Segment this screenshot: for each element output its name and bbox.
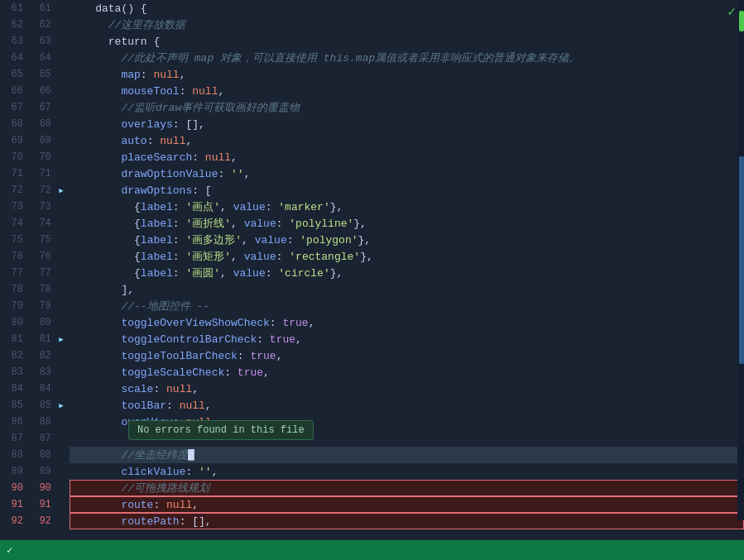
gutter-row: 7979 <box>0 298 66 314</box>
code-line: //监听draw事件可获取画好的覆盖物 <box>70 99 744 116</box>
gutter-row: 8383 <box>0 364 66 381</box>
code-token: █ <box>188 449 194 462</box>
code-line: {label: '画矩形', value: 'rectangle'}, <box>70 248 744 265</box>
code-line: toggleToolBarCheck: true, <box>70 347 744 364</box>
gutter-row: 8585▶ <box>0 397 66 414</box>
code-token: : <box>287 234 300 246</box>
line-number-outer: 68 <box>0 118 28 130</box>
code-token: , <box>220 267 233 280</box>
code-token: , <box>242 234 255 246</box>
code-token: value <box>233 201 266 213</box>
code-line: //可拖拽路线规划 <box>70 480 744 496</box>
gutter-row: 6767 <box>0 99 66 116</box>
code-token: : <box>153 499 166 511</box>
code-token: }, <box>358 234 372 246</box>
code-token: '画圆' <box>185 266 220 280</box>
mini-indicator-blue <box>739 156 744 365</box>
code-token: : <box>192 151 205 164</box>
gutter-row: 7777 <box>0 265 66 281</box>
code-content[interactable]: data() { //这里存放数据 return { //此处不声明 map 对… <box>66 0 744 540</box>
code-token: , <box>205 400 212 412</box>
code-token: : <box>266 267 279 280</box>
gutter-row: 8181▶ <box>0 331 66 347</box>
line-number-inner: 67 <box>28 102 56 113</box>
fold-icon[interactable]: ▶ <box>56 335 66 344</box>
code-token: null <box>205 151 231 164</box>
line-number-outer: 89 <box>0 466 28 477</box>
code-token: , <box>295 333 302 346</box>
code-token: : <box>224 366 238 379</box>
code-token: value <box>233 267 266 280</box>
code-token: data() { <box>70 2 147 15</box>
code-token: routePath <box>70 515 180 528</box>
gutter-row: 7171 <box>0 165 66 182</box>
mini-indicator-green <box>739 11 744 31</box>
code-token: scale <box>70 383 153 395</box>
code-token: //可拖拽路线规划 <box>70 481 209 495</box>
line-number-inner: 89 <box>28 466 56 477</box>
line-number-inner: 73 <box>28 201 56 213</box>
line-number-outer: 85 <box>0 400 28 411</box>
code-token: drawOptions <box>70 184 192 197</box>
line-number-inner: 77 <box>28 267 56 279</box>
line-number-outer: 77 <box>0 267 28 279</box>
line-number-outer: 61 <box>0 2 28 14</box>
code-token: : <box>218 168 231 180</box>
code-line: {label: '画点', value: 'marker'}, <box>70 199 744 215</box>
code-token: 'rectangle' <box>289 251 360 263</box>
code-token: , <box>244 168 251 180</box>
line-number-inner: 62 <box>28 19 56 31</box>
code-token: : <box>173 267 186 280</box>
code-token: clickValue <box>70 466 185 478</box>
tooltip-box: No errors found in this file <box>128 420 314 440</box>
code-token: //坐击经纬度 <box>70 448 188 462</box>
code-token: //--地图控件 -- <box>70 299 209 314</box>
code-token: value <box>244 251 276 263</box>
minimap-bar[interactable] <box>737 0 744 520</box>
code-token: toggleScaleCheck <box>70 366 224 379</box>
code-line: toggleControlBarCheck: true, <box>70 331 744 347</box>
fold-icon[interactable]: ▶ <box>56 401 66 410</box>
code-token: : <box>147 135 161 147</box>
code-token: : <box>276 251 290 263</box>
fold-icon[interactable]: ▶ <box>56 186 66 195</box>
code-token: }, <box>353 218 367 230</box>
gutter-row: 7070 <box>0 149 66 165</box>
code-token: : [ <box>192 184 211 197</box>
code-token: }, <box>360 251 373 263</box>
line-number-inner: 85 <box>28 400 56 411</box>
code-token: : [], <box>180 515 212 528</box>
code-token: label <box>141 251 173 263</box>
code-token: { <box>70 251 141 263</box>
code-token: toggleOverViewShowCheck <box>70 317 270 329</box>
line-number-inner: 81 <box>28 333 56 345</box>
code-token: true <box>238 366 263 379</box>
code-line: placeSearch: null, <box>70 149 744 165</box>
line-number-outer: 76 <box>0 251 28 262</box>
code-area: ✓ 61616262636364646565666667676868696970… <box>0 0 744 540</box>
code-token: route <box>70 499 153 511</box>
code-token: '画折线' <box>185 216 231 231</box>
code-token: overlays <box>70 118 173 131</box>
line-number-outer: 91 <box>0 499 28 510</box>
code-token: }, <box>330 267 343 280</box>
code-token: : <box>141 69 154 81</box>
code-token: : <box>266 201 279 213</box>
code-token: drawOptionValue <box>70 168 218 180</box>
line-number-inner: 80 <box>28 317 56 328</box>
line-number-inner: 68 <box>28 118 56 130</box>
line-number-inner: 82 <box>28 350 56 361</box>
code-token: ], <box>70 284 134 296</box>
code-token: label <box>141 218 173 230</box>
code-line: route: null, <box>70 496 744 513</box>
tooltip-text: No errors found in this file <box>137 424 305 436</box>
code-token: label <box>141 267 173 280</box>
gutter-row: 8686 <box>0 414 66 430</box>
code-token: //此处不声明 map 对象，可以直接使用 this.map属值或者采用非响应式… <box>70 50 579 65</box>
code-line: data() { <box>70 0 744 17</box>
line-number-inner: 83 <box>28 366 56 378</box>
code-token: return { <box>70 36 160 48</box>
line-number-inner: 92 <box>28 515 56 527</box>
status-bar: ✓ <box>0 540 744 560</box>
code-token: null <box>160 135 185 147</box>
